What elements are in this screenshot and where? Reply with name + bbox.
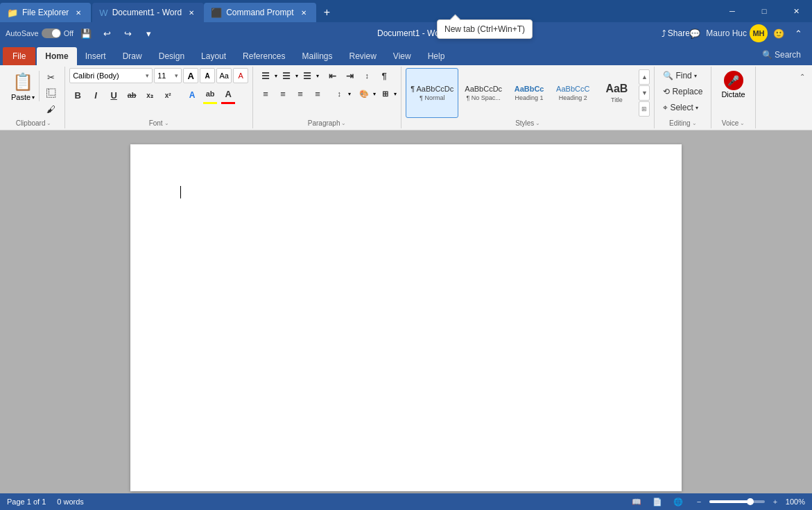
new-tab-button[interactable]: + (318, 3, 337, 22)
subscript-button[interactable]: x₂ (141, 87, 158, 103)
replace-button[interactable]: ⟲ Replace (659, 84, 707, 99)
tab-mailings[interactable]: Mailings (293, 47, 340, 65)
save-button[interactable]: 💾 (78, 25, 94, 42)
align-right-button[interactable]: ≡ (292, 86, 309, 101)
comments-button[interactable]: 💬 (686, 25, 703, 42)
shading-button[interactable]: 🎨 (356, 86, 372, 101)
close-button[interactable]: ✕ (780, 0, 812, 22)
increase-indent-button[interactable]: ⇥ (341, 68, 358, 83)
tab-references[interactable]: References (234, 47, 293, 65)
font-label[interactable]: Font ⌄ (69, 119, 248, 127)
tab-home[interactable]: Home (37, 47, 76, 65)
multilevel-arrow[interactable]: ▾ (316, 73, 319, 79)
sort-button[interactable]: ↕ (359, 68, 375, 83)
dictate-button[interactable]: 🎤 Dictate (716, 68, 750, 101)
undo-button[interactable]: ↩ (98, 25, 115, 42)
style-title[interactable]: AaB Title (596, 68, 637, 118)
bullets-button[interactable]: ☰ (257, 68, 274, 83)
tab-word[interactable]: W Document1 - Word ✕ (92, 3, 204, 22)
numbering-arrow[interactable]: ▾ (295, 73, 298, 79)
minimize-button[interactable]: ─ (716, 0, 748, 22)
highlight-color-button[interactable]: ab (202, 86, 218, 101)
tab-file-explorer-close[interactable]: ✕ (73, 7, 84, 18)
format-painter-button[interactable]: 🖌 (41, 101, 60, 117)
emoji-button[interactable]: 🙂 (770, 25, 787, 42)
styles-label[interactable]: Styles ⌄ (406, 119, 650, 127)
decrease-indent-button[interactable]: ⇤ (324, 68, 340, 83)
share-button[interactable]: ⤴ Share (667, 25, 684, 42)
line-spacing-button[interactable]: ↕ (331, 86, 347, 101)
web-layout-button[interactable]: 🌐 (671, 495, 686, 508)
tab-review[interactable]: Review (341, 47, 385, 65)
borders-button[interactable]: ⊞ (377, 86, 393, 101)
style-heading1[interactable]: AaBbCc Heading 1 (508, 68, 550, 118)
style-heading2[interactable]: AaBbCcC Heading 2 (551, 68, 594, 118)
maximize-button[interactable]: □ (748, 0, 780, 22)
document-area[interactable] (0, 130, 812, 493)
paste-label: Paste (11, 93, 31, 101)
bullets-arrow[interactable]: ▾ (275, 73, 277, 79)
font-grow-button[interactable]: A (183, 68, 198, 83)
editing-label[interactable]: Editing ⌄ (659, 119, 707, 127)
read-mode-button[interactable]: 📖 (629, 495, 644, 508)
tab-cmd[interactable]: ⬛ Command Prompt ✕ (204, 3, 316, 22)
search-button[interactable]: 🔍 Search (754, 46, 809, 64)
tab-insert[interactable]: Insert (77, 47, 114, 65)
change-case-button[interactable]: Aa (216, 68, 232, 83)
cut-button[interactable]: ✂ (41, 69, 60, 85)
find-button[interactable]: 🔍 Find ▾ (659, 68, 700, 83)
clipboard-label[interactable]: Clipboard ⌄ (7, 119, 60, 127)
numbering-button[interactable]: ☰ (278, 68, 295, 83)
text-effects-button[interactable]: A (184, 87, 200, 103)
copy-button[interactable]: ⿺ (41, 85, 60, 101)
user-avatar[interactable]: MH (750, 24, 768, 42)
font-shrink-button[interactable]: A (200, 68, 215, 83)
zoom-out-button[interactable]: − (691, 495, 707, 508)
borders-arrow[interactable]: ▾ (394, 91, 397, 97)
styles-expand[interactable]: ⊞ (639, 101, 650, 117)
tab-help[interactable]: Help (420, 47, 453, 65)
tab-design[interactable]: Design (150, 47, 193, 65)
tab-file[interactable]: File (3, 47, 35, 65)
font-color-button[interactable]: A (220, 86, 236, 101)
paragraph-label[interactable]: Paragraph ⌄ (257, 119, 397, 127)
styles-scroll-up[interactable]: ▲ (639, 69, 650, 85)
document-page[interactable] (130, 144, 682, 491)
bold-button[interactable]: B (69, 87, 86, 103)
customize-qat-button[interactable]: ▾ (140, 25, 157, 42)
tab-word-close[interactable]: ✕ (186, 7, 197, 18)
justify-button[interactable]: ≡ (309, 86, 326, 101)
tab-draw[interactable]: Draw (114, 47, 150, 65)
style-normal[interactable]: ¶ AaBbCcDc ¶ Normal (406, 68, 458, 118)
style-no-spacing[interactable]: AaBbCcDc ¶ No Spac... (460, 68, 507, 118)
styles-scroll-down[interactable]: ▼ (639, 85, 650, 101)
italic-button[interactable]: I (87, 87, 104, 103)
zoom-in-button[interactable]: + (768, 495, 783, 508)
zoom-track[interactable] (709, 500, 765, 503)
line-spacing-arrow[interactable]: ▾ (348, 91, 351, 97)
align-left-button[interactable]: ≡ (257, 86, 274, 101)
autosave-toggle[interactable] (42, 28, 61, 38)
strikethrough-button[interactable]: ab (123, 87, 140, 103)
multilevel-button[interactable]: ☰ (299, 68, 316, 83)
align-center-button[interactable]: ≡ (275, 86, 291, 101)
zoom-thumb[interactable] (747, 498, 754, 505)
clear-formatting-button[interactable]: A (233, 68, 248, 83)
redo-button[interactable]: ↪ (119, 25, 136, 42)
print-layout-button[interactable]: 📄 (650, 495, 665, 508)
font-size-selector[interactable]: 11 ▾ (154, 68, 182, 83)
superscript-button[interactable]: x² (159, 87, 176, 103)
tab-layout[interactable]: Layout (193, 47, 234, 65)
show-marks-button[interactable]: ¶ (376, 68, 392, 83)
collapse-ribbon-button[interactable]: ⌃ (795, 69, 809, 83)
select-button[interactable]: ⌖ Select ▾ (659, 100, 702, 115)
tab-cmd-close[interactable]: ✕ (298, 7, 309, 18)
tab-file-explorer[interactable]: 📁 File Explorer ✕ (0, 3, 91, 22)
paste-button[interactable]: 📋 Paste ▾ (7, 68, 39, 104)
font-name-selector[interactable]: Calibri (Body) ▾ (69, 68, 153, 83)
tab-view[interactable]: View (385, 47, 420, 65)
voice-label[interactable]: Voice ⌄ (716, 119, 750, 127)
ribbon-collapse-button[interactable]: ⌃ (790, 25, 806, 42)
shading-arrow[interactable]: ▾ (373, 91, 376, 97)
underline-button[interactable]: U (105, 87, 122, 103)
